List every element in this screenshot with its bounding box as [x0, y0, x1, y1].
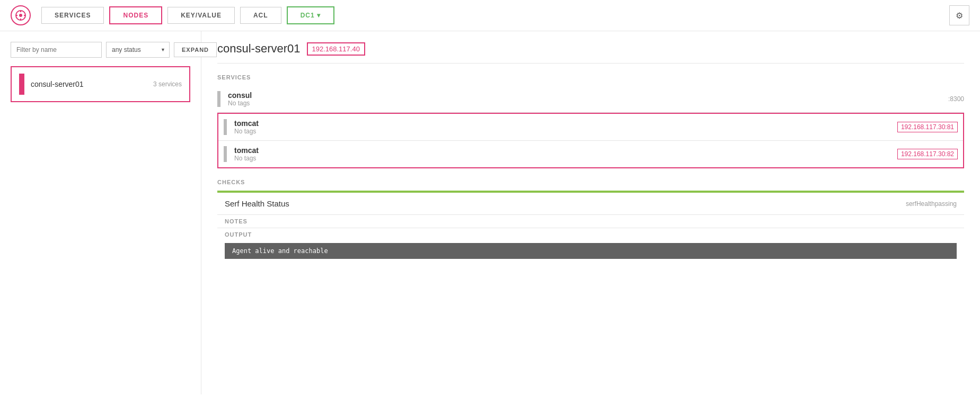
service-name-tomcat2: tomcat	[234, 146, 897, 155]
service-status-indicator-tomcat2	[224, 146, 227, 162]
check-name: Serf Health Status	[225, 199, 900, 208]
consul-logo	[11, 5, 31, 25]
service-port: :8300	[948, 95, 964, 103]
checks-section-label: CHECKS	[217, 179, 964, 185]
nodes-nav-button[interactable]: NODES	[109, 6, 162, 24]
left-panel: any status passing warning critical EXPA…	[0, 31, 201, 394]
check-notes-label: NOTES	[217, 215, 964, 228]
node-list-item[interactable]: consul-server01 3 services	[11, 66, 190, 102]
service-row-consul: consul No tags :8300	[217, 86, 964, 113]
logo	[11, 5, 31, 25]
service-address-tomcat2: 192.168.117.30:82	[897, 149, 958, 159]
acl-nav-button[interactable]: ACL	[240, 7, 281, 24]
check-header: Serf Health Status serfHealth passing	[217, 193, 964, 215]
check-id: serfHealth	[906, 200, 935, 208]
dc-nav-button[interactable]: DC1 ▾	[287, 6, 334, 24]
node-status-indicator	[19, 74, 24, 95]
status-select-wrapper: any status passing warning critical	[106, 42, 170, 58]
gear-icon: ⚙	[956, 11, 963, 21]
service-row-tomcat1: tomcat No tags 192.168.117.30:81	[218, 114, 963, 140]
check-item-serf: Serf Health Status serfHealth passing NO…	[217, 191, 964, 259]
filter-name-input[interactable]	[11, 42, 102, 58]
node-name-label: consul-server01	[31, 80, 153, 88]
top-nav: SERVICES NODES KEY/VALUE ACL DC1 ▾ ⚙	[0, 0, 980, 31]
svg-point-1	[19, 14, 22, 17]
service-info: consul No tags	[228, 91, 948, 107]
status-select[interactable]: any status passing warning critical	[106, 42, 170, 58]
check-status: passing	[935, 200, 957, 208]
settings-button[interactable]: ⚙	[949, 5, 969, 25]
service-address-tomcat1: 192.168.117.30:81	[897, 122, 958, 132]
service-status-indicator-tomcat1	[224, 119, 227, 135]
filter-row: any status passing warning critical EXPA…	[11, 42, 190, 58]
service-status-indicator	[217, 91, 220, 107]
node-title: consul-server01	[217, 42, 301, 56]
check-output-code: Agent alive and reachable	[225, 243, 957, 259]
check-output-label: OUTPUT	[217, 228, 964, 241]
service-tags-tomcat1: No tags	[234, 128, 897, 135]
node-services-count: 3 services	[153, 80, 182, 88]
services-section-label: SERVICES	[217, 74, 964, 80]
service-name: consul	[228, 91, 948, 100]
main-layout: any status passing warning critical EXPA…	[0, 31, 980, 394]
keyvalue-nav-button[interactable]: KEY/VALUE	[167, 7, 235, 24]
service-name-tomcat1: tomcat	[234, 119, 897, 128]
services-section: SERVICES consul No tags :8300 tomcat No …	[217, 74, 964, 168]
services-nav-button[interactable]: SERVICES	[41, 7, 104, 24]
service-group-bordered: tomcat No tags 192.168.117.30:81 tomcat …	[217, 113, 964, 168]
service-row-tomcat2: tomcat No tags 192.168.117.30:82	[218, 140, 963, 167]
node-ip-badge: 192.168.117.40	[307, 42, 365, 56]
node-header: consul-server01 192.168.117.40	[217, 42, 964, 64]
right-panel: consul-server01 192.168.117.40 SERVICES …	[201, 31, 980, 394]
service-tags: No tags	[228, 100, 948, 107]
checks-section: CHECKS Serf Health Status serfHealth pas…	[217, 179, 964, 259]
service-tags-tomcat2: No tags	[234, 155, 897, 162]
service-info-tomcat2: tomcat No tags	[234, 146, 897, 162]
service-info-tomcat1: tomcat No tags	[234, 119, 897, 135]
